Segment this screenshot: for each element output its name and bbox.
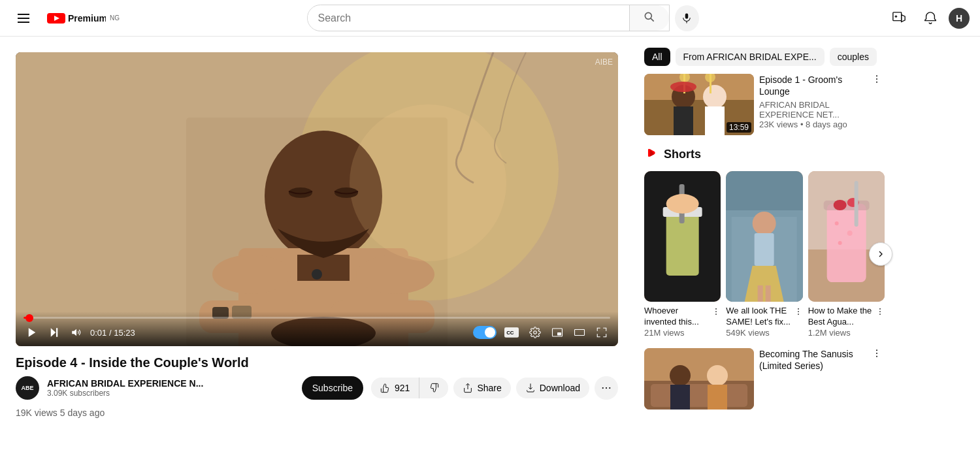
short-item-1[interactable]: Whoever invented this... 21M views [644,171,721,338]
svg-point-96 [876,353,877,354]
mic-button[interactable] [675,5,699,31]
short-image-1 [644,171,721,302]
progress-bar[interactable] [24,317,610,319]
related-duration: 13:59 [727,122,751,133]
svg-point-86 [879,311,881,312]
theater-icon [574,327,585,338]
short-more-1[interactable] [711,306,721,319]
fullscreen-button[interactable] [593,324,610,341]
avatar[interactable]: H [949,8,970,29]
svg-point-97 [876,355,877,357]
short-thumb-3 [808,171,885,302]
bottom-related-item[interactable]: Becoming The Sanusis (Limited Series) [644,348,885,410]
notifications-button[interactable] [917,5,943,31]
bottom-dots-icon [872,348,882,359]
toggle-track[interactable] [473,326,497,339]
bottom-related-title: Becoming The Sanusis (Limited Series) [759,348,864,372]
filter-couples[interactable]: couples [830,48,877,66]
channel-initials: ABE [21,385,33,391]
svg-point-63 [715,313,717,315]
share-button[interactable]: Share [453,378,510,398]
main-content: AIBE [0,37,980,425]
related-title: Episode 1 - Groom's Lounge [759,74,864,97]
vertical-dots-icon [872,74,882,84]
shorts-logo-icon [644,146,659,160]
cc-icon: CC [504,327,519,338]
header-left: Premium NG [10,5,120,31]
channel-name[interactable]: AFRICAN BRIDAL EXPERIENCE N... [47,378,294,389]
short-dots-icon-3 [875,307,885,316]
bottom-related-more-button[interactable] [869,348,885,362]
like-button[interactable]: 921 [371,378,419,398]
svg-rect-81 [854,181,858,227]
video-title: Episode 4 - Inside the Couple's World [16,354,618,371]
related-more-button[interactable] [869,74,885,88]
related-item[interactable]: 13:59 Episode 1 - Groom's Lounge AFRICAN… [644,74,885,135]
short-more-2[interactable] [794,306,803,319]
hamburger-icon [12,8,35,28]
svg-point-62 [715,311,717,312]
mute-button[interactable] [68,324,85,341]
short-info-row-2: We all look THE SAME! Let's fix... [726,306,802,328]
create-button[interactable] [886,5,912,31]
svg-point-73 [798,311,799,312]
shorts-icon [644,146,659,163]
settings-button[interactable] [527,324,544,341]
svg-marker-31 [72,329,76,336]
related-channel: AFRICAN BRIDAL EXPERIENCE NET... [759,100,864,120]
short-dots-icon-1 [711,307,721,316]
svg-text:Premium: Premium [68,13,106,24]
skip-next-icon [48,327,60,338]
subscriber-count: 3.09K subscribers [47,389,294,398]
video-meta: 19K views 5 days ago [16,408,618,418]
svg-point-34 [534,331,537,334]
filter-next-button[interactable] [882,47,885,66]
video-player[interactable]: AIBE [16,52,618,346]
channel-avatar[interactable]: ABE [16,376,39,400]
short-info-row-1: Whoever invented this... [644,306,721,328]
fullscreen-icon [596,327,608,338]
dislike-button[interactable] [419,378,448,398]
miniplayer-button[interactable] [549,324,566,341]
next-button[interactable] [46,324,63,341]
svg-line-4 [651,18,654,22]
svg-point-85 [879,308,881,310]
download-button[interactable]: Download [516,378,589,398]
short-item-2[interactable]: We all look THE SAME! Let's fix... 549K … [726,171,802,338]
search-button[interactable] [629,5,669,31]
more-button[interactable] [595,376,618,400]
short-thumb-2 [726,171,802,302]
autoplay-toggle[interactable] [473,326,497,339]
svg-rect-30 [56,328,57,337]
header-right: H [886,5,970,31]
subscribe-button[interactable]: Subscribe [302,376,363,400]
short-dots-icon-2 [794,307,803,316]
shorts-next-button[interactable] [869,242,892,266]
svg-point-84 [838,241,841,245]
filter-from[interactable]: From AFRICAN BRIDAL EXPE... [676,48,825,66]
logo[interactable]: Premium NG [47,12,120,25]
filter-all[interactable]: All [644,48,670,66]
region-badge: NG [110,14,120,22]
svg-rect-77 [826,204,866,282]
sidebar: All From AFRICAN BRIDAL EXPE... couples [634,37,895,425]
video-thumbnail: AIBE [16,52,618,346]
video-controls: 0:01 / 15:23 CC [16,312,618,346]
svg-point-40 [609,387,610,389]
svg-point-39 [606,387,607,389]
menu-button[interactable] [10,5,37,31]
controls-row: 0:01 / 15:23 CC [24,324,610,341]
svg-rect-94 [708,385,727,410]
like-count: 921 [395,383,410,393]
svg-rect-36 [557,332,561,336]
search-input[interactable] [308,7,629,29]
theater-button[interactable] [571,324,588,341]
thumbs-down-icon [429,383,439,393]
play-button[interactable] [24,324,41,341]
action-buttons: 921 Share [371,376,618,400]
svg-point-3 [645,12,651,19]
captions-button[interactable]: CC [502,325,521,340]
svg-point-93 [707,365,728,386]
related-views: 23K views [759,120,798,129]
short-more-3[interactable] [875,306,885,319]
